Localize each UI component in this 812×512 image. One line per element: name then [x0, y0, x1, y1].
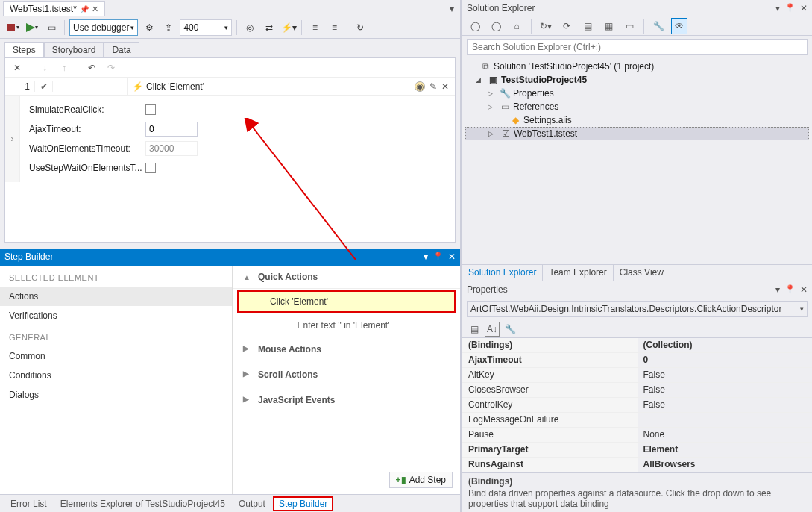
- refresh-icon[interactable]: ↻: [352, 19, 368, 36]
- prop-ajax-timeout[interactable]: AjaxTimeout 0: [462, 353, 812, 368]
- expand-icon[interactable]: ▷: [488, 103, 497, 110]
- category-verifications[interactable]: Verifications: [0, 306, 232, 325]
- browser-button[interactable]: ▭: [43, 19, 60, 36]
- group-js-events[interactable]: ▶ JavaScript Events: [233, 387, 460, 413]
- indent-icon[interactable]: ≡: [326, 19, 342, 36]
- pin-icon[interactable]: 📌: [80, 5, 89, 13]
- category-conditions[interactable]: Conditions: [0, 366, 232, 385]
- test-file-icon: ☑: [500, 128, 511, 139]
- prop-closes-browser[interactable]: ClosesBrowser False: [462, 383, 812, 398]
- tab-step-builder[interactable]: Step Builder: [273, 496, 333, 511]
- prop-bindings[interactable]: (Bindings) (Collection): [462, 338, 812, 353]
- preview-icon[interactable]: 👁: [671, 18, 687, 34]
- edit-pencil-icon[interactable]: ✎: [429, 81, 437, 92]
- prop-log-msg[interactable]: LogMessageOnFailure: [462, 413, 812, 428]
- step-builder-categories: SELECTED ELEMENT Actions Verifications G…: [0, 266, 233, 494]
- categorized-icon[interactable]: ▤: [467, 322, 482, 337]
- forward-icon[interactable]: ◯: [488, 18, 504, 34]
- prop-runs-against[interactable]: RunsAgainst AllBrowsers: [462, 458, 812, 472]
- size-combo[interactable]: 400 ▾: [180, 19, 232, 36]
- quick-actions-header[interactable]: ▲ Quick Actions: [233, 266, 460, 289]
- collapse-gutter[interactable]: ›: [5, 96, 20, 182]
- panel-close-icon[interactable]: ✕: [800, 284, 808, 295]
- tab-class-view[interactable]: Class View: [614, 265, 670, 281]
- group-scroll-actions[interactable]: ▶ Scroll Actions: [233, 362, 460, 387]
- object-descriptor-combo[interactable]: ArtOfTest.WebAii.Design.IntrinsicTransla…: [467, 301, 808, 317]
- record-button[interactable]: ▾: [4, 19, 21, 36]
- wait-on-elements-input[interactable]: [145, 141, 198, 156]
- tab-storyboard[interactable]: Storyboard: [44, 42, 104, 57]
- bolt-icon[interactable]: ⚡▾: [280, 19, 297, 36]
- panel-close-icon[interactable]: ✕: [448, 252, 456, 262]
- panel-pin-icon[interactable]: 📍: [784, 284, 796, 295]
- tree-icon[interactable]: ⇄: [261, 19, 277, 36]
- prop-pause[interactable]: Pause None: [462, 428, 812, 443]
- collapse-all-icon[interactable]: ▤: [579, 18, 596, 34]
- show-all-icon[interactable]: ▦: [600, 18, 617, 34]
- category-common[interactable]: Common: [0, 346, 232, 366]
- step-enabled-check[interactable]: ✔: [35, 81, 53, 92]
- category-dialogs[interactable]: Dialogs: [0, 385, 232, 405]
- tree-properties[interactable]: ▷ 🔧 Properties: [465, 87, 809, 100]
- home-icon[interactable]: ⌂: [509, 18, 525, 34]
- tab-team-explorer[interactable]: Team Explorer: [543, 265, 613, 281]
- tab-output[interactable]: Output: [233, 496, 271, 511]
- step-builder-header: Step Builder ▾ 📍 ✕: [0, 249, 460, 265]
- expand-icon[interactable]: ▷: [488, 130, 497, 137]
- search-input[interactable]: [467, 39, 808, 55]
- undo-icon[interactable]: ↶: [84, 60, 99, 75]
- solution-explorer-search: [467, 39, 808, 55]
- tab-steps[interactable]: Steps: [4, 42, 44, 57]
- tree-project[interactable]: ◢ ▣ TestStudioProject45: [465, 73, 809, 87]
- prop-alt-key[interactable]: AltKey False: [462, 368, 812, 383]
- delete-step-icon[interactable]: ✕: [441, 81, 449, 92]
- wrench-icon[interactable]: 🔧: [650, 18, 667, 34]
- panel-pin-icon[interactable]: 📍: [432, 252, 444, 262]
- expand-icon[interactable]: ▷: [488, 90, 497, 97]
- action-click-element[interactable]: Click 'Element': [237, 290, 456, 313]
- tab-solution-explorer[interactable]: Solution Explorer: [462, 265, 543, 281]
- group-mouse-actions[interactable]: ▶ Mouse Actions: [233, 337, 460, 362]
- action-enter-text[interactable]: Enter text '' in 'Element': [233, 314, 460, 337]
- delete-icon[interactable]: ✕: [10, 60, 25, 75]
- category-actions[interactable]: Actions: [0, 287, 232, 306]
- document-tab[interactable]: WebTest1.tstest* 📌 ✕: [3, 1, 105, 16]
- play-button[interactable]: ▾: [24, 19, 40, 36]
- breakpoint-icon[interactable]: ◉: [415, 81, 425, 92]
- tree-settings-file[interactable]: ◆ Settings.aiis: [465, 113, 809, 127]
- settings-gear-icon[interactable]: ⚙: [141, 19, 157, 36]
- panel-dropdown-icon[interactable]: ▾: [775, 3, 780, 13]
- use-step-wait-checkbox[interactable]: [145, 163, 156, 173]
- panel-dropdown-icon[interactable]: ▾: [424, 252, 428, 262]
- panel-pin-icon[interactable]: 📍: [784, 3, 796, 13]
- document-menu-dropdown[interactable]: ▾: [447, 4, 457, 14]
- refresh-tree-icon[interactable]: ⟳: [558, 18, 575, 34]
- expand-icon[interactable]: ◢: [476, 76, 485, 84]
- tree-solution[interactable]: ⧉ Solution 'TestStudioProject45' (1 proj…: [465, 60, 809, 73]
- property-pages-icon[interactable]: 🔧: [503, 322, 517, 337]
- tree-references[interactable]: ▷ ▭ References: [465, 100, 809, 113]
- sync-icon[interactable]: ↻▾: [538, 18, 554, 34]
- panel-dropdown-icon[interactable]: ▾: [775, 284, 780, 295]
- tab-error-list[interactable]: Error List: [4, 496, 53, 511]
- alphabetical-icon[interactable]: A↓: [485, 322, 500, 337]
- outdent-icon[interactable]: ≡: [306, 19, 323, 36]
- debugger-combo[interactable]: Use debugger ▾: [69, 19, 138, 36]
- tab-data[interactable]: Data: [104, 42, 139, 57]
- close-icon[interactable]: ✕: [92, 4, 98, 14]
- solution-tree: ⧉ Solution 'TestStudioProject45' (1 proj…: [462, 58, 812, 264]
- settings-file-icon: ◆: [510, 115, 520, 125]
- step-row[interactable]: 1 ✔ ⚡ Click 'Element' ◉ ✎ ✕: [5, 78, 455, 96]
- panel-close-icon[interactable]: ✕: [800, 3, 808, 13]
- target-icon[interactable]: ◎: [242, 19, 258, 36]
- ajax-timeout-input[interactable]: [145, 122, 198, 137]
- back-icon[interactable]: ◯: [467, 18, 483, 34]
- prop-primary-target[interactable]: PrimaryTarget Element: [462, 443, 812, 458]
- upload-icon[interactable]: ⇪: [160, 19, 177, 36]
- properties-icon[interactable]: ▭: [621, 18, 638, 34]
- tab-elements-explorer[interactable]: Elements Explorer of TestStudioProject45: [54, 496, 231, 511]
- tree-webtest-file[interactable]: ▷ ☑ WebTest1.tstest: [465, 127, 809, 140]
- prop-control-key[interactable]: ControlKey False: [462, 398, 812, 413]
- add-step-button[interactable]: +▮ Add Step: [389, 472, 453, 488]
- simulate-real-click-checkbox[interactable]: [145, 104, 156, 115]
